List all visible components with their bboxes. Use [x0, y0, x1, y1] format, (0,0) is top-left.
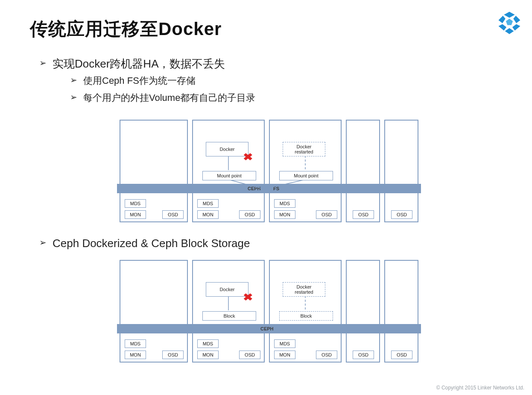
bullet-text: 使用Ceph FS作为统一存储	[83, 74, 196, 88]
docker-box: Docker	[206, 142, 248, 156]
osd-box: OSD	[162, 210, 184, 219]
host-node-2: Docker ✖ Mount point MDS MON OSD	[192, 120, 265, 222]
host-node-2: Docker ✖ Block MDS MON OSD	[192, 260, 265, 363]
docker-restarted-box: Docker restarted	[283, 142, 325, 156]
failure-icon: ✖	[243, 151, 253, 163]
mount-point-box: Mount point	[202, 171, 256, 180]
osd-box: OSD	[316, 210, 337, 219]
label: Docker	[297, 284, 312, 289]
osd-box: OSD	[239, 210, 260, 219]
host-node-3: Docker restarted Mount point MDS MON OSD	[269, 120, 342, 222]
osd-box: OSD	[391, 210, 412, 219]
host-node-1: MDS MON OSD	[120, 120, 188, 222]
docker-box: Docker	[206, 282, 248, 297]
chevron-icon: ➢	[39, 236, 47, 249]
bullet-list-2: ➢ Ceph Dockerized & Ceph Block Storage	[39, 236, 250, 253]
bullet-text: Ceph Dockerized & Ceph Block Storage	[53, 236, 250, 251]
mon-box: MON	[274, 210, 295, 219]
osd-box: OSD	[162, 351, 184, 359]
bullet-sub-2: ➢ 每个用户的外挂Volume都有自己的子目录	[70, 91, 506, 105]
label: Docker	[297, 144, 312, 149]
osd-box: OSD	[316, 351, 337, 359]
host-node-3: Docker restarted Block MDS MON OSD	[269, 260, 342, 363]
bullet-text: 实现Docker跨机器HA，数据不丢失	[53, 56, 225, 71]
bullet-sub-1: ➢ 使用Ceph FS作为统一存储	[70, 74, 506, 88]
mds-box: MDS	[274, 339, 295, 348]
mon-box: MON	[274, 351, 295, 359]
mount-point-box: Mount point	[279, 171, 333, 180]
block-box-dashed: Block	[279, 311, 333, 321]
diagram-ceph-fs: CEPH FS MDS MON OSD Docker ✖ Mount point…	[120, 120, 418, 222]
linker-logo-icon	[497, 10, 522, 35]
mds-box: MDS	[125, 339, 146, 348]
block-box: Block	[202, 311, 256, 321]
chevron-icon: ➢	[70, 74, 77, 86]
chevron-icon: ➢	[39, 56, 47, 69]
host-node-5: OSD	[384, 260, 418, 363]
ceph-label: CEPH	[248, 184, 261, 193]
mds-box: MDS	[125, 199, 146, 208]
mon-box: MON	[197, 210, 219, 219]
ceph-bar	[117, 184, 421, 193]
osd-box: OSD	[391, 351, 412, 359]
mds-box: MDS	[197, 199, 219, 208]
bullet-main-1: ➢ 实现Docker跨机器HA，数据不丢失	[39, 56, 506, 71]
osd-box: OSD	[353, 210, 374, 219]
osd-box: OSD	[353, 351, 374, 359]
bullet-text: 每个用户的外挂Volume都有自己的子目录	[83, 91, 255, 105]
bullet-list-1: ➢ 实现Docker跨机器HA，数据不丢失 ➢ 使用Ceph FS作为统一存储 …	[39, 56, 506, 108]
fs-label: FS	[273, 184, 279, 193]
chevron-icon: ➢	[70, 91, 77, 103]
bullet-main-2: ➢ Ceph Dockerized & Ceph Block Storage	[39, 236, 250, 251]
mon-box: MON	[125, 210, 146, 219]
mds-box: MDS	[274, 199, 295, 208]
host-node-1: MDS MON OSD	[120, 260, 188, 363]
osd-box: OSD	[239, 351, 260, 359]
host-node-4: OSD	[346, 260, 380, 363]
mds-box: MDS	[197, 339, 219, 348]
page-title: 传统应用迁移至Docker	[30, 17, 222, 41]
host-node-5: OSD	[384, 120, 418, 222]
mon-box: MON	[197, 351, 219, 359]
label: restarted	[295, 149, 313, 154]
docker-restarted-box: Docker restarted	[283, 282, 325, 297]
ceph-label: CEPH	[260, 324, 274, 333]
copyright-text: © Copyright 2015 Linker Networks Ltd.	[436, 385, 524, 391]
failure-icon: ✖	[243, 292, 253, 304]
svg-marker-0	[506, 19, 513, 25]
label: restarted	[295, 289, 313, 295]
diagram-ceph-block: CEPH MDS MON OSD Docker ✖ Block MDS MON …	[120, 260, 418, 363]
host-node-4: OSD	[346, 120, 380, 222]
mon-box: MON	[125, 351, 146, 359]
